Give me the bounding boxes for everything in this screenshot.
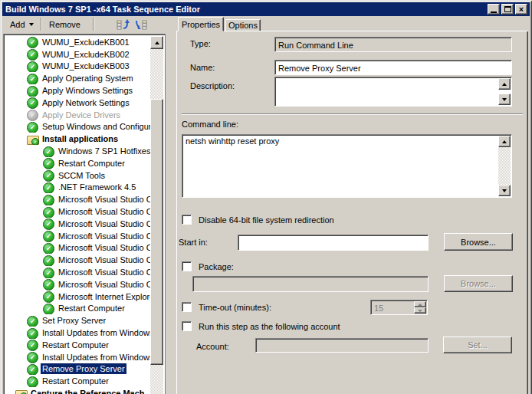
check-icon — [43, 243, 54, 253]
tab-properties[interactable]: Properties — [178, 17, 224, 31]
tree-item[interactable]: Install Updates from Windows U — [5, 351, 150, 363]
tree-item[interactable]: WUMU_ExcludeKB002 — [5, 48, 150, 61]
check-icon — [27, 352, 38, 362]
timeout-checkbox[interactable] — [182, 302, 192, 312]
start-in-input[interactable] — [238, 235, 429, 251]
check-icon — [43, 291, 54, 301]
check-disabled-icon — [27, 110, 38, 120]
tree-item[interactable]: Setup Windows and Configura — [5, 121, 150, 133]
scroll-down-button[interactable] — [498, 94, 511, 105]
timeout-value: 15 — [374, 304, 383, 313]
tree-item[interactable]: Apply Operating System — [5, 72, 150, 84]
arrow-up-icon — [502, 140, 507, 143]
tree-item[interactable]: Microsoft Internet Explorer — [5, 291, 150, 303]
tree-item-label: Install Updates from Windows U — [41, 327, 150, 338]
folder-icon — [27, 134, 38, 144]
package-checkbox[interactable] — [182, 261, 192, 271]
close-button[interactable]: × — [515, 4, 527, 15]
disable-redirection-checkbox[interactable] — [182, 215, 192, 225]
check-icon — [43, 182, 54, 192]
tree-item-label: Microsoft Visual Studio C+ — [57, 242, 150, 253]
check-icon — [43, 158, 54, 168]
tree-item-label: Microsoft Visual Studio C+ — [57, 254, 150, 265]
tree-item-label: WUMU_ExcludeKB001 — [41, 37, 131, 48]
tree-item[interactable]: Apply Device Drivers — [5, 109, 150, 121]
tree-item-label: WUMU_ExcludeKB002 — [41, 49, 131, 60]
move-up-button[interactable] — [116, 18, 130, 31]
scroll-up-button[interactable] — [150, 36, 163, 49]
tree-item-label: Setup Windows and Configura — [41, 121, 150, 132]
tree-item[interactable]: WUMU_ExcludeKB003 — [5, 61, 150, 73]
start-in-browse-button[interactable]: Browse... — [444, 233, 513, 251]
task-sequence-tree: WUMU_ExcludeKB001WUMU_ExcludeKB002WUMU_E… — [3, 34, 166, 394]
type-label: Type: — [190, 39, 211, 48]
tree-item[interactable]: Restart Computer — [5, 339, 150, 351]
scrollbar-thumb[interactable] — [150, 99, 163, 365]
description-input[interactable] — [274, 77, 512, 107]
folder-icon — [15, 389, 26, 394]
task-sequence-editor-window: Build Windows 7 SP1 -x64 Task Sequence E… — [0, 0, 532, 394]
tree-item[interactable]: Capture the Reference Mach — [5, 387, 150, 394]
scroll-up-button[interactable] — [498, 136, 511, 147]
check-icon — [43, 170, 54, 180]
maximize-button[interactable] — [501, 4, 514, 15]
tree-item[interactable]: Restart Computer — [5, 157, 150, 169]
tree-item-label: Restart Computer — [57, 158, 126, 169]
check-icon — [27, 37, 38, 47]
check-icon — [27, 86, 38, 96]
close-icon: × — [519, 5, 524, 13]
tree-item[interactable]: Microsoft Visual Studio C+ — [5, 230, 150, 242]
tree-item[interactable]: SCCM Tools — [5, 169, 150, 182]
tree-item-label: Set Proxy Server — [41, 315, 107, 326]
tree-item[interactable]: Microsoft Visual Studio C+ — [5, 205, 150, 218]
check-icon — [27, 122, 38, 132]
tree-scrollbar[interactable] — [150, 36, 163, 394]
tree-item[interactable]: Set Proxy Server — [5, 314, 150, 327]
set-button-label: Set... — [468, 340, 488, 350]
check-icon — [43, 231, 54, 241]
arrow-up-icon — [155, 41, 159, 44]
tree-item[interactable]: Install Updates from Windows U — [5, 327, 150, 339]
check-icon — [43, 218, 54, 228]
tree-item[interactable]: Microsoft Visual Studio C+ — [5, 218, 150, 230]
chevron-down-icon — [29, 23, 34, 26]
tree-item[interactable]: WUMU_ExcludeKB001 — [5, 36, 150, 48]
tree-item[interactable]: Apply Windows Settings — [5, 84, 150, 97]
scroll-up-button[interactable] — [498, 78, 511, 90]
remove-button[interactable]: Remove — [45, 17, 84, 31]
arrow-down-icon — [502, 189, 507, 192]
minimize-button[interactable] — [488, 4, 500, 15]
move-down-icon — [134, 18, 147, 31]
tree-item[interactable]: Apply Network Settings — [5, 97, 150, 109]
run-as-label: Run this step as the following account — [199, 322, 340, 331]
tab-options[interactable]: Options — [225, 19, 261, 31]
tree-item[interactable]: Microsoft Visual Studio C+ — [5, 254, 150, 266]
tree-item[interactable]: Restart Computer — [5, 303, 150, 315]
tree-item[interactable]: Restart Computer — [5, 375, 150, 387]
move-down-button[interactable] — [133, 18, 148, 31]
tree-item[interactable]: .NET Framework 4.5 — [5, 182, 150, 194]
tree-item-label: Microsoft Visual Studio C+ — [57, 267, 150, 277]
move-up-icon — [117, 18, 130, 31]
tree-item[interactable]: Microsoft Visual Studio C+ — [5, 193, 150, 205]
tree-item-label: Microsoft Visual Studio C+ — [57, 194, 150, 205]
tree-item-label: Microsoft Visual Studio C+ — [57, 206, 150, 217]
name-input[interactable]: Remove Proxy Server — [274, 60, 512, 75]
tree-item[interactable]: Install applications — [5, 133, 150, 145]
scroll-down-button[interactable] — [498, 185, 511, 196]
name-label: Name: — [190, 63, 215, 72]
tree-item[interactable]: Microsoft Visual Studio C+ — [5, 278, 150, 291]
tree-item[interactable]: Remove Proxy Server — [5, 363, 150, 376]
tree-item[interactable]: Microsoft Visual Studio C+ — [5, 242, 150, 254]
check-icon — [43, 255, 54, 265]
run-as-checkbox[interactable] — [182, 321, 192, 331]
start-in-label: Start in: — [179, 238, 208, 247]
command-line-input[interactable]: netsh winhttp reset proxy — [182, 134, 512, 198]
tree-item-label: Restart Computer — [57, 303, 126, 314]
toolbar-separator — [93, 18, 94, 31]
add-button[interactable]: Add — [6, 17, 38, 31]
tree-item[interactable]: Windows 7 SP1 Hotfixes -x — [5, 145, 150, 157]
tree-item[interactable]: Microsoft Visual Studio C+ — [5, 266, 150, 278]
tree-item-label: Apply Windows Settings — [41, 85, 134, 96]
check-icon — [43, 304, 54, 314]
